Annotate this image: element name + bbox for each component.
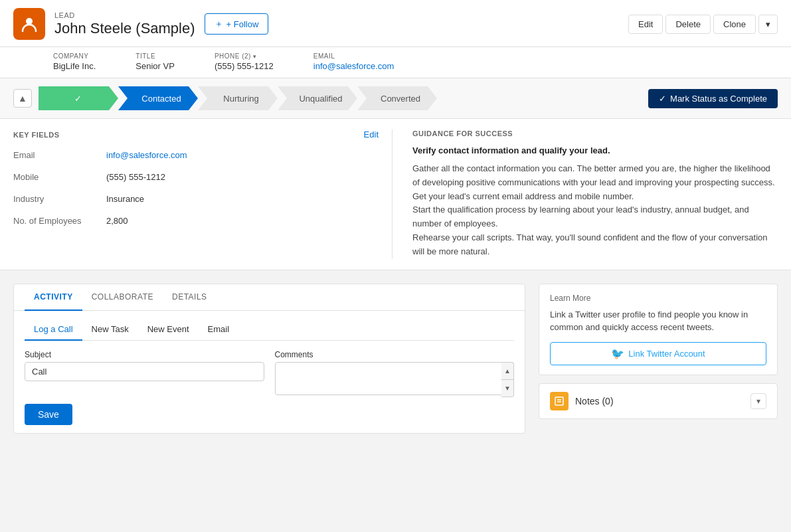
collapse-button[interactable]: ▲ [13,89,32,108]
chevron-down-icon: ▾ [766,19,770,29]
key-fields-panel: KEY FIELDS Edit Email info@salesforce.co… [13,130,393,259]
checkmark-icon-btn: ✓ [659,94,666,104]
clone-button[interactable]: Clone [713,15,756,34]
step-converted[interactable]: Converted [357,86,437,110]
guidance-text: Gather all the contact information you c… [412,162,778,259]
progress-steps: ✓ Contacted Nurturing Unqualified Conver… [39,86,642,110]
comments-label: Comments [275,350,515,359]
header-title-block: LEAD John Steele (Sample) [54,11,195,37]
key-fields-title: KEY FIELDS [13,131,60,139]
field-row-mobile: Mobile (555) 555-1212 [13,172,379,182]
field-value-mobile: (555) 555-1212 [106,172,165,182]
textarea-up-arrow[interactable]: ▲ [501,363,513,380]
follow-label: + Follow [226,19,259,29]
meta-row: COMPANY BigLife Inc. TITLE Senior VP PHO… [0,47,791,78]
phone-label: PHONE (2) ▾ [215,52,274,60]
field-row-industry: Industry Insurance [13,194,379,204]
subject-label: Subject [25,350,264,359]
guidance-panel: GUIDANCE FOR SUCCESS Verify contact info… [406,130,778,259]
page-header: LEAD John Steele (Sample) ＋ + Follow Edi… [0,0,791,47]
key-fields-header: KEY FIELDS Edit [13,130,379,139]
mark-complete-button[interactable]: ✓ Mark Status as Complete [648,89,778,108]
call-tab-event[interactable]: New Event [138,319,199,341]
more-actions-button[interactable]: ▾ [758,15,778,34]
call-tab-log[interactable]: Log a Call [25,319,82,341]
delete-button[interactable]: Delete [665,15,711,34]
key-fields-edit-link[interactable]: Edit [364,130,379,139]
field-value-employees: 2,800 [106,216,128,226]
comments-input[interactable] [275,362,515,395]
activity-panel: ACTIVITY COLLABORATE DETAILS Log a Call … [13,284,525,434]
key-section: KEY FIELDS Edit Email info@salesforce.co… [0,119,791,270]
field-value-industry: Insurance [106,194,144,204]
email-label: EMAIL [313,52,395,60]
textarea-wrap: ▲ ▼ [275,362,515,397]
save-button[interactable]: Save [25,404,72,425]
link-twitter-label: Link Twitter Account [628,349,705,359]
link-twitter-button[interactable]: 🐦 Link Twitter Account [550,342,766,365]
notes-icon [550,392,569,410]
guidance-title: GUIDANCE FOR SUCCESS [412,130,778,137]
tab-bar: ACTIVITY COLLABORATE DETAILS [14,284,525,311]
follow-button[interactable]: ＋ + Follow [205,13,269,35]
notes-expand-button[interactable]: ▾ [750,393,766,409]
tab-collaborate[interactable]: COLLABORATE [82,284,163,311]
meta-phone: PHONE (2) ▾ (555) 555-1212 [215,52,274,71]
twitter-card: Learn More Link a Twitter user profile t… [539,284,778,375]
meta-email: EMAIL info@salesforce.com [313,52,395,71]
comments-group: Comments ▲ ▼ [275,350,515,397]
svg-point-0 [26,18,33,25]
subject-input[interactable] [25,362,264,381]
svg-rect-1 [555,397,563,405]
step-unqualified[interactable]: Unqualified [278,86,357,110]
phone-dropdown-icon[interactable]: ▾ [253,53,257,60]
subject-group: Subject [25,350,264,397]
header-left: LEAD John Steele (Sample) ＋ + Follow [13,8,268,40]
field-label-email: Email [13,150,106,160]
step-nurturing[interactable]: Nurturing [198,86,278,110]
textarea-down-arrow[interactable]: ▼ [501,380,513,397]
twitter-icon: 🐦 [611,347,624,360]
field-row-employees: No. of Employees 2,800 [13,216,379,226]
twitter-card-text: Link a Twitter user profile to find peop… [550,308,766,334]
edit-button[interactable]: Edit [628,15,663,34]
plus-icon: ＋ [215,18,223,30]
guidance-heading: Verify contact information and qualify y… [412,145,778,155]
step-contacted[interactable]: Contacted [118,86,198,110]
chevron-up-icon: ▲ [18,93,27,104]
header-actions: Edit Delete Clone ▾ [628,15,778,34]
lead-label: LEAD [54,11,195,19]
step-complete[interactable]: ✓ [39,86,118,110]
notes-card: Notes (0) ▾ [539,383,778,419]
call-tab-email[interactable]: Email [199,319,239,341]
phone-value: (555) 555-1212 [215,61,274,71]
lead-icon [13,8,45,40]
chevron-down-icon: ▾ [756,397,760,406]
company-label: COMPANY [53,52,96,60]
call-panel: Log a Call New Task New Event Email Subj… [14,311,525,433]
meta-company: COMPANY BigLife Inc. [53,52,96,71]
tab-details[interactable]: DETAILS [163,284,217,311]
call-tabs: Log a Call New Task New Event Email [25,319,514,341]
call-form-row: Subject Comments ▲ ▼ [25,350,514,397]
right-panel: Learn More Link a Twitter user profile t… [539,284,778,434]
notes-title: Notes (0) [575,396,614,406]
notes-left: Notes (0) [550,392,614,410]
call-tab-task[interactable]: New Task [82,319,138,341]
tab-activity[interactable]: ACTIVITY [25,284,82,311]
field-row-email: Email info@salesforce.com [13,150,379,160]
checkmark-icon: ✓ [74,94,82,104]
title-value: Senior VP [135,61,175,71]
progress-section: ▲ ✓ Contacted Nurturing Unqualified Conv… [0,78,791,119]
field-label-mobile: Mobile [13,172,106,182]
company-value: BigLife Inc. [53,61,96,71]
email-value[interactable]: info@salesforce.com [313,61,395,71]
bottom-section: ACTIVITY COLLABORATE DETAILS Log a Call … [0,270,791,447]
field-value-email[interactable]: info@salesforce.com [106,150,187,160]
textarea-arrows: ▲ ▼ [501,362,514,397]
main-content: KEY FIELDS Edit Email info@salesforce.co… [0,119,791,270]
field-label-industry: Industry [13,194,106,204]
title-label: TITLE [135,52,175,60]
field-label-employees: No. of Employees [13,216,106,226]
meta-title: TITLE Senior VP [135,52,175,71]
